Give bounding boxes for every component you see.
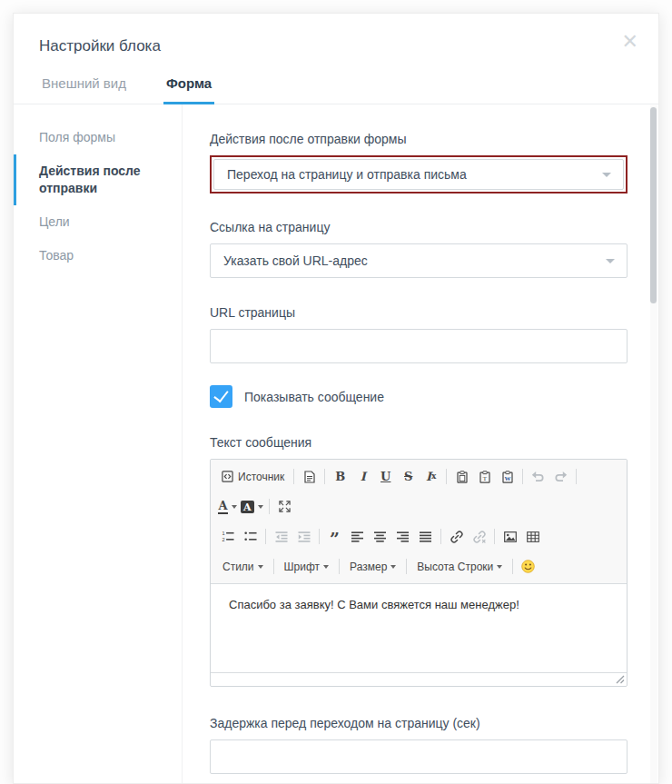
align-left-button[interactable] [346,525,369,548]
delay-label: Задержка перед переходом на страницу (се… [210,716,628,730]
align-right-button[interactable] [391,525,414,548]
toolbar-separator [512,559,513,574]
tab-appearance[interactable]: Внешний вид [39,74,129,104]
blockquote-icon: ” [330,528,340,544]
modal-body: Поля формы Действия после отправки Цели … [14,104,658,783]
numbered-list-button[interactable]: 12 [216,525,239,548]
template-document-button[interactable] [298,465,321,488]
message-editor: Источник B I U S [210,459,628,687]
blockquote-button[interactable]: ” [323,525,346,548]
scrollbar-thumb[interactable] [650,107,657,303]
toolbar-separator [446,469,447,484]
editor-content[interactable]: Спасибо за заявку! С Вами свяжется наш м… [211,584,627,672]
outdent-button[interactable] [270,525,292,548]
image-button[interactable] [499,525,521,548]
italic-icon: I [361,471,366,482]
toolbar-separator [273,559,274,574]
table-button[interactable] [521,525,544,548]
link-button[interactable] [445,525,468,548]
paste-from-word-button[interactable]: W [496,465,519,488]
toolbar-separator [576,469,577,484]
page-link-select[interactable]: Указать свой URL-адрес [210,243,628,278]
block-settings-modal: Настройки блока ✕ Внешний вид Форма Поля… [13,13,659,784]
show-message-row: Показывать сообщение [210,385,628,408]
svg-text:2: 2 [222,537,224,542]
sidebar-item-actions-after-submit[interactable]: Действия после отправки [14,154,182,205]
underline-button[interactable]: U [374,465,397,488]
indent-button[interactable] [292,525,315,548]
svg-text:1: 1 [222,531,224,536]
sidebar-item-product[interactable]: Товар [14,239,182,273]
chevron-down-icon [258,565,263,569]
bold-icon: B [335,471,345,482]
sidebar-item-goals[interactable]: Цели [14,205,182,239]
bulleted-list-icon [244,531,257,542]
unlink-button[interactable] [468,525,490,548]
settings-content: Действия после отправки формы Переход на… [183,104,658,783]
page-url-input[interactable] [210,329,628,363]
bulleted-list-button[interactable] [239,525,262,548]
svg-text:T: T [483,475,488,482]
font-dropdown[interactable]: Шрифт [278,555,335,578]
toolbar-separator [440,529,441,544]
action-select[interactable]: Переход на страницу и отправка письма [213,159,624,190]
svg-text:W: W [504,475,510,482]
message-text-label: Текст сообщения [210,435,628,450]
table-icon [527,531,539,542]
toolbar-separator [293,469,294,484]
delay-input[interactable] [210,739,628,774]
chevron-down-icon [323,565,329,569]
highlight-box: Переход на страницу и отправка письма [210,155,628,194]
strikethrough-icon: S [404,471,412,482]
close-button[interactable]: ✕ [622,32,638,52]
editor-toolbar: Источник B I U S [211,460,627,584]
source-button[interactable]: Источник [216,465,290,488]
outdent-icon [275,531,288,542]
source-button-label: Источник [238,471,284,483]
paste-button[interactable] [450,465,473,488]
toolbar-separator [324,469,325,484]
show-message-checkbox[interactable] [210,385,232,408]
tab-bar: Внешний вид Форма [14,74,658,104]
text-color-button[interactable]: A [216,495,239,518]
toolbar-separator [319,529,320,544]
background-color-button[interactable]: A [239,495,265,518]
maximize-button[interactable] [273,495,296,518]
numbered-list-icon: 12 [222,531,234,542]
bold-button[interactable]: B [329,465,351,488]
size-dropdown-label: Размер [350,561,387,573]
redo-button[interactable] [549,465,572,488]
align-center-icon [374,531,386,542]
remove-format-button[interactable]: Ix [420,465,442,488]
undo-button[interactable] [527,465,549,488]
resize-handle[interactable] [616,675,625,684]
toolbar-separator [265,529,266,544]
toolbar-row-4: Стили Шрифт Размер [216,551,621,581]
text-color-icon: A [218,500,227,514]
emoji-button[interactable] [517,555,539,578]
undo-icon [531,471,545,482]
page-link-select-value: Указать свой URL-адрес [223,253,368,268]
italic-button[interactable]: I [351,465,374,488]
paste-plain-text-button[interactable]: T [473,465,496,488]
line-height-dropdown[interactable]: Высота Строки [410,555,509,578]
tab-form[interactable]: Форма [163,74,214,104]
scrollbar[interactable] [650,105,657,783]
redo-icon [554,471,568,482]
indent-icon [298,531,311,542]
styles-dropdown[interactable]: Стили [216,555,270,578]
background-color-icon: A [241,501,254,513]
maximize-icon [279,501,291,512]
link-icon [450,531,463,543]
close-icon: ✕ [622,30,638,53]
strikethrough-button[interactable]: S [397,465,420,488]
align-justify-button[interactable] [414,525,437,548]
font-dropdown-label: Шрифт [284,561,320,573]
line-height-dropdown-label: Высота Строки [417,561,493,573]
size-dropdown[interactable]: Размер [343,555,402,578]
align-center-button[interactable] [369,525,391,548]
toolbar-separator [406,559,407,574]
styles-dropdown-label: Стили [222,561,254,573]
sidebar-item-form-fields[interactable]: Поля формы [14,121,182,154]
unlink-icon [473,531,486,543]
